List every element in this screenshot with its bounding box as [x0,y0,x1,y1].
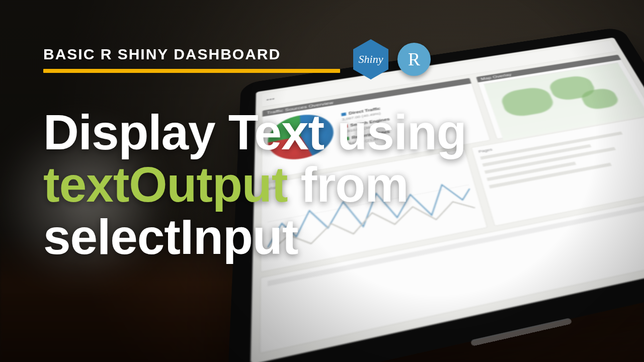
title-block: BASIC R SHINY DASHBOARD Shiny R Display … [43,39,614,263]
kicker-text: BASIC R SHINY DASHBOARD [43,46,340,63]
headline-accent: textOutput [43,157,287,212]
r-logo-icon: R [397,43,431,76]
shiny-logo-icon: Shiny [353,39,388,79]
headline-line2: textOutput from [43,159,614,211]
headline: Display Text using textOutput from selec… [43,107,614,263]
thumbnail-canvas: ●●● Traffic Sources Overview Direct Traf… [0,0,644,362]
headline-line3: selectInput [43,211,614,263]
accent-rule [43,69,340,73]
badges: Shiny R [353,39,431,79]
headline-line1: Display Text using [43,107,614,159]
